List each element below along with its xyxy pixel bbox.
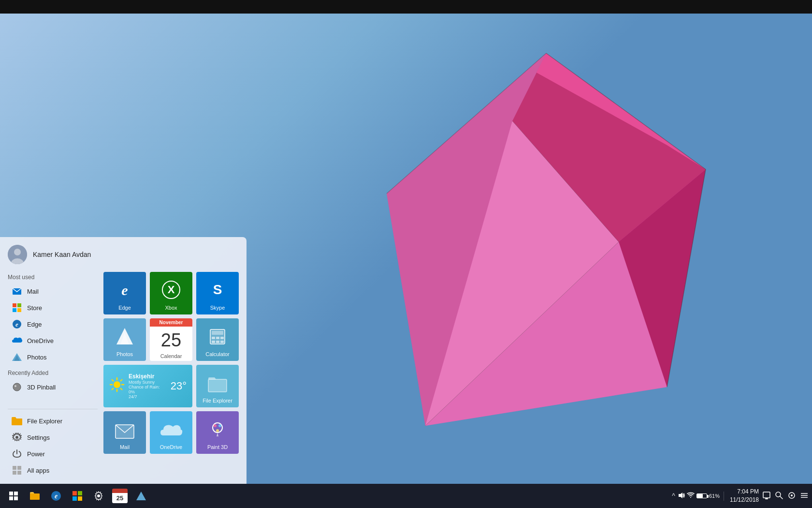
taskbar-time[interactable]: 7:04 PM 11/12/2018 — [730, 488, 759, 504]
edge-icon-sm: e — [12, 319, 22, 329]
recently-added-label: Recently Added — [8, 370, 98, 376]
tile-weather[interactable]: Eskişehir Mostly Sunny Chance of Rain: 0… — [103, 365, 192, 407]
app-item-mail[interactable]: Mail — [8, 284, 98, 299]
app-item-edge[interactable]: e Edge — [8, 316, 98, 332]
svg-point-58 — [214, 424, 217, 427]
svg-line-51 — [112, 379, 114, 381]
app-item-store[interactable]: Store — [8, 300, 98, 315]
taskbar-file-explorer[interactable] — [25, 486, 44, 506]
tile-edge[interactable]: e Edge — [103, 272, 146, 314]
battery-indicator[interactable]: 61% — [696, 493, 720, 499]
time-display: 7:04 PM — [730, 488, 759, 496]
tiles-row-1: e Edge X Xbox — [103, 272, 239, 314]
svg-line-52 — [121, 388, 122, 389]
svg-rect-42 — [220, 337, 224, 339]
edge-tile-label: Edge — [118, 305, 131, 311]
start-button[interactable] — [4, 486, 23, 506]
svg-text:e: e — [55, 493, 58, 500]
user-name: Kamer Kaan Avdan — [33, 251, 91, 258]
tile-mail[interactable]: Mail — [103, 411, 146, 454]
svg-text:X: X — [168, 284, 175, 296]
tile-calendar[interactable]: November 25 Calendar — [150, 318, 192, 361]
taskbar-edge[interactable]: e — [46, 486, 66, 506]
svg-rect-65 — [30, 493, 40, 500]
taskbar-photos[interactable] — [131, 486, 151, 506]
svg-line-78 — [780, 496, 783, 499]
search-icon[interactable] — [775, 492, 783, 501]
svg-line-54 — [112, 388, 114, 389]
tray-arrow[interactable]: ^ — [672, 492, 675, 500]
nav-power[interactable]: Power — [8, 446, 98, 462]
tile-photos[interactable]: Photos — [103, 318, 146, 361]
tile-fileexplorer[interactable]: File Explorer — [196, 365, 239, 407]
desktop: Kamer Kaan Avdan Most used Mail — [0, 0, 812, 508]
tile-xbox[interactable]: X Xbox — [150, 272, 192, 314]
svg-rect-75 — [763, 492, 770, 498]
svg-marker-74 — [679, 493, 682, 498]
mail-label: Mail — [27, 288, 39, 295]
svg-rect-43 — [212, 341, 215, 343]
svg-line-53 — [121, 379, 122, 381]
svg-text:S: S — [213, 282, 222, 297]
weather-sun-icon — [109, 377, 125, 396]
svg-rect-40 — [212, 337, 215, 339]
svg-rect-17 — [17, 303, 21, 307]
settings-icon — [12, 432, 22, 443]
svg-rect-76 — [765, 498, 768, 499]
nav-file-explorer[interactable]: File Explorer — [8, 413, 98, 429]
tray-volume[interactable] — [677, 492, 685, 501]
start-menu: Kamer Kaan Avdan Most used Mail — [0, 237, 246, 484]
taskbar-store[interactable] — [68, 486, 87, 506]
nav-all-apps[interactable]: All apps — [8, 463, 98, 478]
nav-settings[interactable]: Settings — [8, 430, 98, 445]
mail-tile-icon — [115, 424, 135, 443]
app-item-3dpinball[interactable]: 3D Pinball — [8, 379, 98, 395]
tray-wifi[interactable] — [687, 492, 695, 501]
tiles-row-2: Photos November 25 Calendar — [103, 318, 239, 361]
battery-percent: 61% — [709, 493, 720, 499]
fileexplorer-tile-label: File Explorer — [203, 398, 232, 403]
svg-rect-18 — [13, 308, 16, 312]
taskbar-action-icons — [763, 492, 808, 501]
cortana-icon[interactable] — [788, 492, 796, 501]
menu-icon[interactable] — [800, 492, 808, 501]
tile-calculator[interactable]: Calculator — [196, 318, 239, 361]
svg-rect-70 — [72, 496, 77, 501]
edge-tile-icon: e — [115, 280, 135, 304]
taskbar-calendar[interactable]: 25 — [110, 486, 130, 506]
svg-text:e: e — [15, 321, 18, 328]
top-bar — [0, 0, 812, 14]
svg-rect-29 — [17, 466, 21, 470]
svg-rect-61 — [9, 492, 13, 495]
main-content: Most used Mail — [8, 272, 239, 478]
tile-skype[interactable]: S Skype — [196, 272, 239, 314]
weather-desc2: Chance of Rain: 0% — [129, 385, 167, 394]
svg-rect-63 — [9, 496, 13, 500]
svg-rect-31 — [17, 471, 21, 475]
paint3d-tile-icon — [207, 419, 228, 443]
xbox-tile-icon: X — [161, 280, 181, 304]
svg-point-60 — [216, 429, 219, 432]
svg-text:e: e — [121, 282, 128, 298]
date-display: 11/12/2018 — [730, 496, 759, 504]
user-section[interactable]: Kamer Kaan Avdan — [8, 245, 239, 264]
photos-tile-label: Photos — [116, 351, 133, 357]
taskbar-settings[interactable] — [89, 486, 108, 506]
app-list: Most used Mail — [8, 272, 98, 478]
weather-info: Eskişehir Mostly Sunny Chance of Rain: 0… — [129, 373, 167, 399]
notification-icon[interactable] — [763, 492, 770, 501]
paint3d-tile-label: Paint 3D — [207, 444, 228, 450]
app-item-onedrive[interactable]: OneDrive — [8, 333, 98, 348]
svg-rect-28 — [13, 466, 16, 470]
power-icon — [12, 448, 22, 459]
calculator-tile-icon — [208, 327, 227, 350]
store-label: Store — [27, 304, 42, 312]
avatar[interactable] — [8, 245, 27, 264]
svg-point-13 — [14, 249, 21, 255]
svg-rect-68 — [72, 491, 77, 495]
weather-temp: 23° — [171, 380, 187, 392]
app-item-photos[interactable]: Photos — [8, 349, 98, 365]
calculator-tile-label: Calculator — [205, 351, 230, 357]
tile-paint3d[interactable]: Paint 3D — [196, 411, 239, 454]
tile-onedrive[interactable]: OneDrive — [150, 411, 192, 454]
